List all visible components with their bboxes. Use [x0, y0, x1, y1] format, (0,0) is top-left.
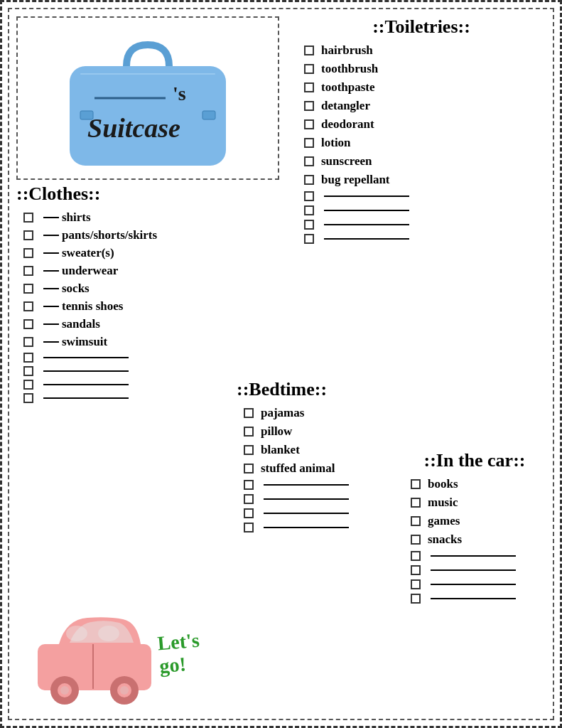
blank-field[interactable]	[324, 238, 409, 240]
checkbox[interactable]	[244, 508, 254, 518]
checkbox[interactable]	[411, 479, 421, 489]
checkbox[interactable]	[244, 445, 254, 455]
checkbox[interactable]	[23, 266, 33, 276]
quantity-blank[interactable]	[43, 270, 59, 272]
item-label: detangler	[321, 99, 370, 113]
item-label: shirts	[62, 210, 91, 225]
checkbox[interactable]	[411, 594, 421, 604]
item-label: underwear	[62, 264, 118, 278]
blank-field[interactable]	[264, 527, 349, 528]
checkbox[interactable]	[411, 551, 421, 561]
quantity-blank[interactable]	[43, 235, 59, 236]
blank-field[interactable]	[264, 513, 349, 514]
checkbox[interactable]	[411, 535, 421, 545]
blank-field[interactable]	[43, 370, 129, 372]
toiletries-section: ::Toiletries:: hairbrush toothbrush toot…	[297, 16, 546, 248]
checkbox[interactable]	[244, 408, 254, 418]
list-item-blank	[23, 393, 237, 403]
checkbox[interactable]	[244, 480, 254, 490]
suitcase-section: 's Suitcase	[16, 16, 279, 180]
checkbox[interactable]	[304, 138, 314, 148]
checkbox[interactable]	[23, 248, 33, 258]
car-list: books music games snacks	[404, 477, 546, 604]
checkbox[interactable]	[411, 579, 421, 589]
car-svg	[31, 605, 158, 705]
checkbox[interactable]	[304, 220, 314, 230]
checkbox[interactable]	[304, 119, 314, 129]
quantity-blank[interactable]	[43, 252, 59, 254]
blank-field[interactable]	[431, 555, 516, 557]
list-item-blank	[411, 565, 546, 575]
checkbox[interactable]	[304, 101, 314, 111]
list-item-blank	[244, 523, 379, 532]
blank-field[interactable]	[264, 484, 349, 486]
blank-field[interactable]	[431, 584, 516, 585]
checkbox[interactable]	[304, 234, 314, 244]
list-item: toothpaste	[304, 80, 546, 95]
checkbox[interactable]	[23, 393, 33, 403]
blank-field[interactable]	[324, 196, 409, 197]
checkbox[interactable]	[244, 427, 254, 437]
checkbox[interactable]	[23, 230, 33, 240]
checkbox[interactable]	[304, 46, 314, 55]
checkbox[interactable]	[304, 82, 314, 92]
blank-field[interactable]	[43, 384, 129, 385]
blank-field[interactable]	[431, 598, 516, 599]
svg-point-16	[98, 626, 119, 641]
checkbox[interactable]	[23, 380, 33, 390]
checkbox[interactable]	[304, 175, 314, 185]
svg-text:Suitcase: Suitcase	[87, 113, 180, 143]
bedtime-section: ::Bedtime:: pajamas pillow blanket stuff…	[237, 379, 379, 537]
item-label: hairbrush	[321, 43, 373, 58]
quantity-blank[interactable]	[43, 341, 59, 343]
checkbox[interactable]	[411, 498, 421, 508]
checkbox[interactable]	[23, 213, 33, 223]
checkbox[interactable]	[304, 156, 314, 166]
list-item-blank	[23, 380, 237, 390]
checkbox[interactable]	[23, 337, 33, 347]
item-label: pajamas	[261, 406, 304, 420]
car-section: ::In the car:: books music games snacks	[404, 450, 546, 608]
checkbox[interactable]	[244, 523, 254, 532]
checkbox[interactable]	[304, 205, 314, 215]
blank-field[interactable]	[324, 210, 409, 211]
blank-field[interactable]	[43, 397, 129, 399]
checkbox[interactable]	[23, 353, 33, 363]
list-item-blank	[23, 366, 237, 376]
list-item: hairbrush	[304, 43, 546, 58]
list-item-blank	[304, 191, 546, 201]
list-item: music	[411, 496, 546, 510]
checkbox[interactable]	[304, 64, 314, 74]
list-item: deodorant	[304, 117, 546, 132]
quantity-blank[interactable]	[43, 288, 59, 289]
checkbox[interactable]	[23, 319, 33, 329]
quantity-blank[interactable]	[43, 306, 59, 307]
checkbox[interactable]	[23, 366, 33, 376]
item-label: music	[428, 496, 458, 510]
list-item: socks	[23, 282, 237, 296]
checkbox[interactable]	[411, 516, 421, 526]
item-label: deodorant	[321, 117, 374, 132]
checkbox[interactable]	[244, 494, 254, 504]
svg-point-13	[120, 686, 129, 695]
blank-field[interactable]	[431, 569, 516, 571]
toiletries-list: hairbrush toothbrush toothpaste detangle…	[297, 43, 546, 244]
list-item: shirts	[23, 210, 237, 225]
checkbox[interactable]	[23, 301, 33, 311]
list-item: pants/shorts/skirts	[23, 228, 237, 242]
checkbox[interactable]	[304, 191, 314, 201]
item-label: stuffed animal	[261, 461, 335, 476]
blank-field[interactable]	[324, 224, 409, 225]
toiletries-heading: ::Toiletries::	[297, 16, 546, 38]
list-item-blank	[244, 480, 379, 490]
checkbox[interactable]	[23, 284, 33, 294]
blank-field[interactable]	[264, 498, 349, 500]
checkbox[interactable]	[244, 464, 254, 473]
list-item: blanket	[244, 443, 379, 457]
quantity-blank[interactable]	[43, 217, 59, 218]
blank-field[interactable]	[43, 357, 129, 358]
checkbox[interactable]	[411, 565, 421, 575]
quantity-blank[interactable]	[43, 323, 59, 325]
page: 's Suitcase ::Toiletries:: hairbrush too…	[0, 0, 562, 728]
clothes-list: shirts pants/shorts/skirts sweater(s) un…	[16, 210, 237, 403]
